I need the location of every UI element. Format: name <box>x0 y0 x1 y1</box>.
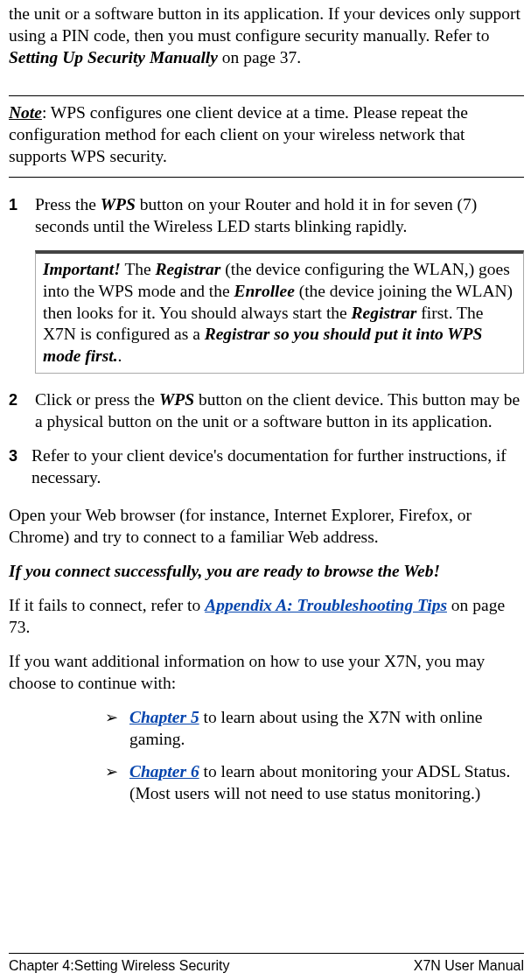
link-appendix-a[interactable]: Appendix A: Troubleshooting Tips <box>205 596 447 614</box>
step-3-text: Refer to your client device's documentat… <box>31 445 524 489</box>
intro-text: the unit or a software button in its app… <box>9 4 521 45</box>
important-label: Important! <box>43 260 121 278</box>
bullet-chapter-6: ➢ Chapter 6 to learn about monitoring yo… <box>105 761 524 805</box>
note-text: : WPS configures one client device at a … <box>9 103 468 165</box>
rule-top <box>9 95 524 97</box>
link-chapter-5[interactable]: Chapter 5 <box>129 708 199 726</box>
fails-paragraph: If it fails to connect, refer to Appendi… <box>9 595 524 639</box>
intro-suffix: on page 37. <box>218 48 301 66</box>
imp-t1: The <box>121 260 156 278</box>
enrollee-term: Enrollee <box>234 282 294 300</box>
wps-ref-2: WPS <box>159 390 194 409</box>
arrow-icon: ➢ <box>105 707 129 751</box>
steps-list-cont: 2 Click or press the WPS button on the c… <box>9 389 524 489</box>
footer-manual-title: X7N User Manual <box>414 957 524 975</box>
important-box: Important! The Registrar (the device con… <box>35 250 524 374</box>
wps-ref: WPS <box>101 195 136 214</box>
bullet-chapter-5: ➢ Chapter 5 to learn about using the X7N… <box>105 707 524 751</box>
footer-chapter: Chapter 4:Setting Wireless Security <box>9 957 230 975</box>
s1-t1: Press the <box>35 195 101 214</box>
step-2-number: 2 <box>9 389 35 433</box>
success-line: If you connect successfully, you are rea… <box>9 561 524 583</box>
arrow-icon: ➢ <box>105 761 129 805</box>
step-2: 2 Click or press the WPS button on the c… <box>9 389 524 433</box>
step-1-text: Press the WPS button on your Router and … <box>35 194 524 238</box>
registrar-term: Registrar <box>156 260 221 278</box>
imp-period: . <box>118 346 122 365</box>
page-footer: Chapter 4:Setting Wireless Security X7N … <box>9 954 524 975</box>
footer-wrap: Chapter 4:Setting Wireless Security X7N … <box>9 953 524 975</box>
rule-mid <box>9 177 524 178</box>
ref-setting-up-security: Setting Up Security Manually <box>9 48 218 66</box>
step-1-number: 1 <box>9 194 35 238</box>
step-2-text: Click or press the WPS button on the cli… <box>35 389 524 433</box>
manual-page: the unit or a software button in its app… <box>0 0 531 980</box>
additional-info-paragraph: If you want additional information on ho… <box>9 651 524 695</box>
bullet-2-text: Chapter 6 to learn about monitoring your… <box>129 761 524 805</box>
s2-t1: Click or press the <box>35 390 159 409</box>
step-1: 1 Press the WPS button on your Router an… <box>9 194 524 238</box>
open-browser-paragraph: Open your Web browser (for instance, Int… <box>9 505 524 549</box>
bullet-1-text: Chapter 5 to learn about using the X7N w… <box>129 707 524 751</box>
note-paragraph: Note: WPS configures one client device a… <box>9 102 524 168</box>
link-chapter-6[interactable]: Chapter 6 <box>129 762 199 780</box>
step-3: 3 Refer to your client device's document… <box>9 445 524 489</box>
note-label: Note <box>9 103 42 122</box>
steps-list: 1 Press the WPS button on your Router an… <box>9 194 524 238</box>
continue-bullets: ➢ Chapter 5 to learn about using the X7N… <box>105 707 524 805</box>
step-3-number: 3 <box>9 445 31 489</box>
fails-t1: If it fails to connect, refer to <box>9 596 205 614</box>
intro-paragraph: the unit or a software button in its app… <box>9 4 524 69</box>
registrar-term-2: Registrar <box>352 304 417 322</box>
